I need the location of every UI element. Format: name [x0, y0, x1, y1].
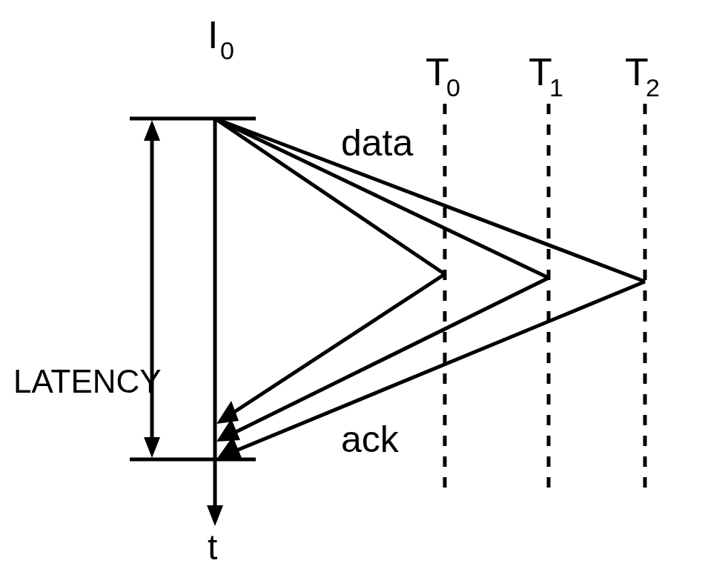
svg-text:0: 0 [220, 36, 234, 64]
svg-text:T: T [625, 50, 649, 93]
ack-line-t1 [231, 278, 549, 434]
latency-arrow-down-icon [144, 437, 160, 458]
ack-line-t2 [233, 282, 645, 452]
ack-arrow-t0-icon [216, 401, 239, 424]
svg-text:I: I [208, 13, 218, 56]
latency-arrow-up-icon [144, 120, 160, 141]
svg-text:0: 0 [446, 73, 460, 102]
ack-label: ack [341, 419, 400, 460]
target0-label: T 0 [426, 50, 460, 102]
latency-label: LATENCY [13, 363, 162, 399]
svg-text:T: T [426, 50, 449, 93]
svg-text:1: 1 [549, 73, 563, 102]
data-label: data [341, 122, 414, 164]
data-line-t2 [215, 119, 645, 282]
svg-text:2: 2 [646, 73, 660, 102]
target2-label: T 2 [625, 50, 660, 102]
latency-diagram: I 0 T 0 T 1 T 2 t LATENCY data ack [0, 0, 728, 572]
initiator-label: I 0 [208, 13, 234, 64]
svg-text:T: T [529, 50, 552, 93]
time-arrowhead-icon [207, 505, 223, 526]
time-label: t [208, 528, 217, 567]
target1-label: T 1 [529, 50, 563, 102]
